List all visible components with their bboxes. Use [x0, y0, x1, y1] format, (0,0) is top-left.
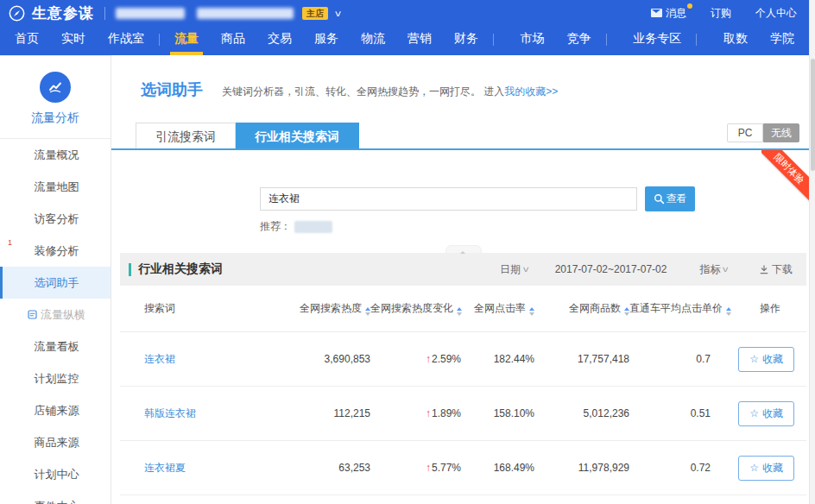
favorite-button[interactable]: ☆收藏 [738, 347, 794, 372]
tab-referral-search-words[interactable]: 引流搜索词 [136, 123, 236, 148]
main-content: 选词助手 关键词分析器，引流、转化、全网热搜趋势，一网打尽。 进入我的收藏>> … [111, 55, 815, 504]
heat-value: 112,215 [267, 407, 370, 419]
sidebar-item-traffic-matrix[interactable]: 流量纵横 [0, 299, 111, 331]
date-range-value: 2017-07-02~2017-07-02 [555, 263, 667, 275]
sidebar-item-visitor-analysis[interactable]: 访客分析 [0, 203, 111, 235]
cpc-value: 0.7 [629, 353, 726, 365]
messages-label: 消息 [666, 6, 686, 21]
nav-item-realtime[interactable]: 实时 [50, 23, 97, 55]
col-label: 全网商品数 [569, 302, 621, 314]
toggle-pc[interactable]: PC [727, 123, 763, 142]
download-button[interactable]: 下载 [760, 262, 793, 277]
page-description: 关键词分析器，引流、转化、全网热搜趋势，一网打尽。 进入我的收藏>> [222, 85, 558, 99]
sidebar-section-title: 流量分析 [0, 110, 111, 126]
favorite-button[interactable]: ☆收藏 [738, 456, 794, 481]
vertical-scrollbar[interactable] [809, 0, 815, 504]
line-chart-icon [40, 72, 71, 103]
nav-item-traffic[interactable]: 流量 [163, 23, 210, 55]
nav-separator [493, 34, 494, 46]
nav-item-home[interactable]: 首页 [3, 23, 50, 55]
change-value: ↑5.77% [370, 462, 461, 474]
up-arrow-icon: ↑ [426, 462, 431, 474]
star-icon: ☆ [749, 408, 759, 419]
envelope-icon [651, 9, 662, 17]
metric-dropdown[interactable]: 指标 ∨ [699, 262, 729, 277]
sidebar-item-plan-monitor[interactable]: 计划监控 [0, 362, 111, 394]
col-product-count[interactable]: 全网商品数 [534, 301, 629, 316]
nav-item-war-room[interactable]: 作战室 [97, 23, 155, 55]
scrollbar-thumb[interactable] [811, 59, 815, 171]
nav-item-products[interactable]: 商品 [210, 23, 256, 55]
nav-item-marketing[interactable]: 营销 [396, 23, 443, 55]
nav-separator [696, 34, 697, 46]
nav-item-academy[interactable]: 学院 [759, 23, 806, 55]
sidebar-item-shop-source[interactable]: 店铺来源 [0, 394, 111, 426]
keyword-link[interactable]: 连衣裙 [120, 352, 267, 367]
col-avg-cpc[interactable]: 直通车平均点击单价 [629, 301, 726, 316]
up-arrow-icon: ↑ [426, 407, 431, 419]
favorite-label: 收藏 [762, 461, 783, 476]
page-title-row: 选词助手 关键词分析器，引流、转化、全网热搜趋势，一网打尽。 进入我的收藏>> [111, 55, 815, 116]
shop-switch-chevron-icon[interactable]: ∨ [334, 9, 343, 18]
keyword-link[interactable]: 韩版连衣裙 [120, 406, 267, 421]
nav-item-logistics[interactable]: 物流 [350, 23, 396, 55]
up-arrow-icon: ↑ [426, 353, 431, 365]
sidebar-item-plan-center[interactable]: 计划中心 [0, 458, 111, 490]
col-label: 全网搜索热度 [300, 302, 362, 314]
sidebar-item-decoration-analysis[interactable]: 1 装修分析 [0, 235, 111, 267]
recommend-keyword-redacted[interactable] [294, 221, 332, 233]
table-header-row: 搜索词 全网搜索热度 全网搜索热度变化 全网点击率 全网商品数 直通车平均点击单… [120, 286, 806, 332]
col-click-rate[interactable]: 全网点击率 [461, 301, 534, 316]
sidebar: 流量分析 流量概况 流量地图 访客分析 1 装修分析 选词助手 流量纵横 流量看… [0, 55, 111, 504]
shop-name-redacted-2 [197, 8, 294, 19]
col-label: 直通车平均点击单价 [629, 302, 723, 314]
nav-separator [606, 34, 607, 46]
keyword-link[interactable]: 连衣裙夏 [120, 461, 267, 476]
star-icon: ☆ [749, 354, 759, 364]
nav-item-service[interactable]: 服务 [303, 23, 350, 55]
nav-item-business-zone[interactable]: 业务专区 [622, 23, 692, 55]
unread-dot [687, 3, 692, 9]
favorite-button[interactable]: ☆收藏 [738, 401, 794, 426]
products-value: 5,012,236 [534, 407, 629, 419]
messages-link[interactable]: 消息 [651, 6, 686, 21]
sidebar-item-product-source[interactable]: 商品来源 [0, 426, 111, 458]
new-badge: 1 [8, 238, 12, 247]
collapse-handle[interactable] [445, 245, 482, 253]
ctr-value: 158.10% [461, 407, 534, 419]
change-number: 1.89% [432, 407, 461, 419]
date-dropdown[interactable]: 日期 ∨ [500, 262, 529, 277]
keywords-table: 搜索词 全网搜索热度 全网搜索热度变化 全网点击率 全网商品数 直通车平均点击单… [120, 286, 806, 495]
products-value: 11,978,929 [534, 462, 629, 474]
tab-industry-related-search-words[interactable]: 行业相关搜索词 [236, 123, 359, 148]
subscribe-link[interactable]: 订购 [711, 6, 731, 21]
report-icon [28, 310, 37, 319]
actions-cell: ☆收藏 [726, 347, 806, 372]
metric-dropdown-label: 指标 [699, 262, 720, 277]
table-row: 韩版连衣裙 112,215 ↑1.89% 158.10% 5,012,236 0… [120, 387, 806, 441]
col-keyword: 搜索词 [120, 301, 267, 316]
nav-item-data-extract[interactable]: 取数 [712, 23, 759, 55]
col-heat-change[interactable]: 全网搜索热度变化 [370, 301, 461, 316]
col-search-heat[interactable]: 全网搜索热度 [267, 301, 370, 316]
nav-item-competition[interactable]: 竞争 [556, 23, 603, 55]
col-actions: 操作 [726, 301, 806, 316]
view-button[interactable]: 查看 [645, 186, 695, 211]
personal-center-link[interactable]: 个人中心 [755, 6, 797, 21]
shop-name-redacted [116, 8, 185, 19]
sidebar-item-traffic-board[interactable]: 流量看板 [0, 331, 111, 362]
keyword-input[interactable] [260, 187, 637, 211]
sidebar-item-event-center[interactable]: 事件中心 [0, 490, 111, 504]
favorite-label: 收藏 [762, 406, 783, 421]
sidebar-item-traffic-map[interactable]: 流量地图 [0, 171, 111, 203]
my-favorites-link[interactable]: 我的收藏>> [504, 85, 558, 98]
nav-item-market[interactable]: 市场 [509, 23, 556, 55]
top-header: 生意参谋 主店 ∨ 消息 订购 个人中心 首页 实时 作战室 流量 商品 交易 … [0, 0, 815, 55]
products-value: 17,757,418 [534, 353, 629, 365]
nav-item-trade[interactable]: 交易 [256, 23, 303, 55]
chevron-down-icon: ∨ [722, 265, 730, 274]
sidebar-item-traffic-overview[interactable]: 流量概况 [0, 139, 111, 171]
nav-item-finance[interactable]: 财务 [443, 23, 490, 55]
toggle-wireless[interactable]: 无线 [763, 123, 799, 142]
sidebar-item-word-assistant[interactable]: 选词助手 [0, 267, 111, 299]
